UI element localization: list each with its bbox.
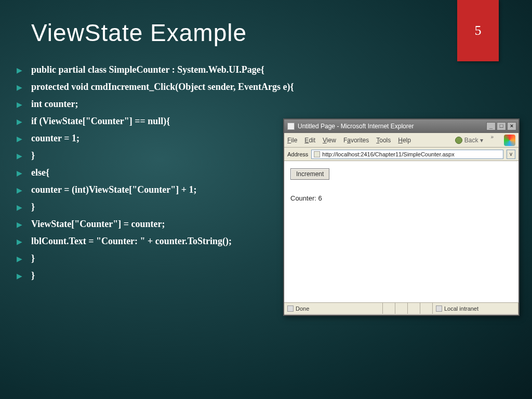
page-number-ribbon: 5 (457, 0, 499, 61)
menu-favorites[interactable]: Favorites (343, 137, 369, 144)
bullet-icon: ▶ (17, 100, 31, 109)
bullet-icon: ▶ (17, 117, 31, 126)
menu-bar: File Edit View Favorites Tools Help Back… (284, 133, 518, 148)
window-title: Untitled Page - Microsoft Internet Explo… (298, 123, 414, 130)
bullet-icon: ▶ (17, 203, 31, 211)
menu-view[interactable]: View (323, 137, 336, 144)
counter-label: Counter: 6 (290, 194, 512, 202)
address-input[interactable]: http://localhost:2416/Chapter11/SimpleCo… (311, 150, 503, 159)
bullet-icon: ▶ (17, 135, 31, 143)
status-bar: Done Local intranet (284, 302, 518, 314)
browser-window: Untitled Page - Microsoft Internet Explo… (283, 118, 520, 316)
code-line: ▶protected void cmdIncrement_Click(Objec… (17, 78, 532, 96)
status-done: Done (296, 305, 309, 312)
code-line: ▶int counter; (17, 96, 532, 113)
address-label: Address (287, 151, 308, 157)
maximize-button[interactable]: □ (497, 122, 506, 130)
menu-tools[interactable]: Tools (376, 137, 391, 144)
menu-edit[interactable]: Edit (304, 137, 315, 144)
bullet-icon: ▶ (17, 237, 31, 246)
address-bar: Address http://localhost:2416/Chapter11/… (284, 148, 518, 161)
url-text: http://localhost:2416/Chapter11/SimpleCo… (322, 151, 454, 157)
minimize-button[interactable]: _ (486, 122, 496, 130)
bullet-icon: ▶ (17, 186, 31, 194)
bullet-icon: ▶ (17, 220, 31, 229)
back-button[interactable]: Back ▾ (455, 137, 484, 144)
page-icon (314, 151, 320, 157)
slide-title: ViewState Example (0, 0, 532, 47)
bullet-icon: ▶ (17, 272, 31, 280)
title-bar: Untitled Page - Microsoft Internet Explo… (284, 119, 518, 133)
address-dropdown-button[interactable]: v (507, 150, 515, 159)
bullet-icon: ▶ (17, 83, 31, 91)
toolbar-overflow-icon[interactable]: » (490, 134, 494, 140)
close-button[interactable]: × (507, 122, 516, 130)
bullet-icon: ▶ (17, 152, 31, 160)
zone-icon (436, 305, 442, 312)
ie-logo-icon (504, 135, 515, 146)
done-icon (287, 305, 294, 312)
app-icon (287, 123, 295, 130)
back-icon (455, 137, 462, 144)
menu-file[interactable]: File (287, 137, 297, 144)
bullet-icon: ▶ (17, 255, 31, 263)
increment-button[interactable]: Increment (290, 168, 329, 180)
menu-help[interactable]: Help (398, 137, 411, 144)
bullet-icon: ▶ (17, 169, 31, 177)
code-line: ▶public partial class SimpleCounter : Sy… (17, 61, 532, 78)
page-content: Increment Counter: 6 (284, 161, 518, 302)
bullet-icon: ▶ (17, 66, 31, 74)
status-zone: Local intranet (444, 305, 478, 312)
